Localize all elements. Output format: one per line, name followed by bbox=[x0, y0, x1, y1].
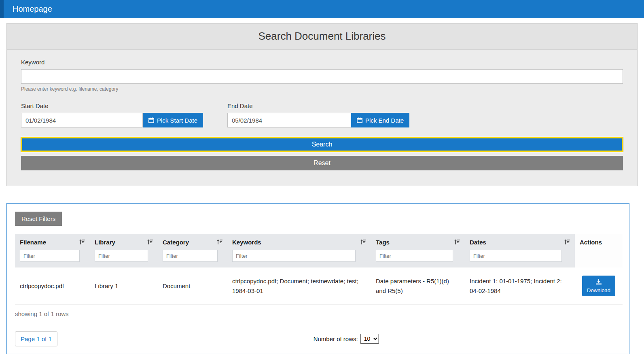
filter-input-tags[interactable] bbox=[376, 250, 453, 262]
cell-library: Library 1 bbox=[90, 267, 158, 305]
sort-category[interactable]: Category bbox=[163, 239, 222, 246]
filter-input-category[interactable] bbox=[163, 250, 218, 262]
search-panel-header: Search Document Libraries bbox=[7, 23, 637, 50]
column-header-actions: Actions bbox=[575, 234, 623, 267]
keyword-input[interactable] bbox=[21, 69, 623, 84]
results-footer: Page 1 of 1 Number of rows: 10 bbox=[15, 331, 621, 346]
sort-icon bbox=[360, 239, 366, 246]
filter-input-dates[interactable] bbox=[470, 250, 562, 262]
calendar-icon bbox=[148, 117, 154, 123]
sort-filename[interactable]: Filename bbox=[20, 239, 85, 246]
rows-per-page-select[interactable]: 10 bbox=[360, 334, 379, 344]
calendar-icon bbox=[357, 117, 362, 123]
cell-actions: Download bbox=[575, 267, 623, 305]
download-button[interactable]: Download bbox=[582, 276, 615, 296]
cell-tags: Date parameters - R5(1)(d) and R5(5) bbox=[371, 267, 465, 305]
table-row: ctrlpcopydoc.pdf Library 1 Document ctrl… bbox=[15, 267, 623, 305]
sort-dates[interactable]: Dates bbox=[470, 239, 570, 246]
cell-keywords: ctrlpcopydoc.pdf; Document; testnewdate;… bbox=[227, 267, 371, 305]
column-header-library: Library bbox=[90, 234, 158, 267]
search-panel: Search Document Libraries Keyword Please… bbox=[6, 23, 638, 186]
table-header-row: Filename Library Category bbox=[15, 234, 623, 267]
rows-summary-text: showing 1 of 1 rows bbox=[15, 310, 621, 317]
start-date-group: Start Date Pick Start Date bbox=[21, 102, 203, 127]
sort-icon bbox=[79, 239, 85, 246]
cell-filename: ctrlpcopydoc.pdf bbox=[15, 267, 90, 305]
keyword-help-text: Please enter keyword e.g. filename, cate… bbox=[21, 86, 623, 92]
results-table: Filename Library Category bbox=[15, 234, 623, 305]
sort-icon bbox=[454, 239, 460, 246]
reset-filters-button[interactable]: Reset Filters bbox=[15, 212, 62, 226]
end-date-group: End Date Pick End Date bbox=[227, 102, 409, 127]
search-panel-title: Search Document Libraries bbox=[258, 30, 386, 42]
download-icon bbox=[596, 279, 602, 286]
sort-icon bbox=[564, 239, 570, 246]
reset-button[interactable]: Reset bbox=[21, 156, 623, 170]
rows-per-page-label: Number of rows: bbox=[314, 335, 358, 342]
column-header-dates: Dates bbox=[465, 234, 575, 267]
cell-category: Document bbox=[158, 267, 227, 305]
sort-tags[interactable]: Tags bbox=[376, 239, 460, 246]
top-navbar: Homepage bbox=[0, 0, 644, 18]
column-header-tags: Tags bbox=[371, 234, 465, 267]
pick-end-date-button[interactable]: Pick End Date bbox=[351, 113, 409, 127]
cell-dates: Incident 1: 01-01-1975; Incident 2: 04-0… bbox=[465, 267, 575, 305]
page-indicator-button[interactable]: Page 1 of 1 bbox=[15, 331, 57, 346]
search-panel-body: Keyword Please enter keyword e.g. filena… bbox=[7, 50, 637, 186]
pick-start-date-label: Pick Start Date bbox=[157, 117, 197, 124]
filter-input-filename[interactable] bbox=[20, 250, 80, 262]
start-date-input[interactable] bbox=[21, 113, 143, 127]
download-button-label: Download bbox=[587, 287, 610, 293]
filter-input-library[interactable] bbox=[95, 250, 148, 262]
sort-library[interactable]: Library bbox=[95, 239, 153, 246]
homepage-link[interactable]: Homepage bbox=[13, 4, 52, 14]
pick-start-date-button[interactable]: Pick Start Date bbox=[143, 113, 203, 127]
keyword-label: Keyword bbox=[21, 59, 623, 66]
sort-keywords[interactable]: Keywords bbox=[232, 239, 366, 246]
column-header-filename: Filename bbox=[15, 234, 90, 267]
sort-icon bbox=[217, 239, 222, 246]
pick-end-date-label: Pick End Date bbox=[365, 117, 404, 124]
end-date-label: End Date bbox=[227, 102, 409, 109]
filter-input-keywords[interactable] bbox=[232, 250, 356, 262]
column-header-keywords: Keywords bbox=[227, 234, 371, 267]
column-header-category: Category bbox=[158, 234, 227, 267]
start-date-label: Start Date bbox=[21, 102, 203, 109]
end-date-input[interactable] bbox=[227, 113, 351, 127]
navbar-edge-accent bbox=[0, 0, 4, 18]
search-button[interactable]: Search bbox=[21, 137, 623, 152]
sort-icon bbox=[147, 239, 153, 246]
results-panel: Reset Filters Filename Library bbox=[6, 203, 629, 354]
rows-per-page-group: Number of rows: 10 bbox=[314, 334, 379, 344]
